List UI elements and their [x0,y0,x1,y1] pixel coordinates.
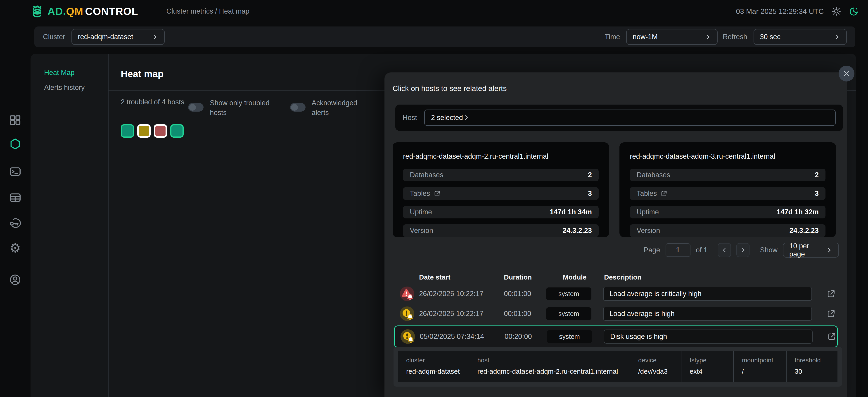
col-date-start: Date start [419,274,504,281]
host-card-row: Uptime 147d 1h 32m [630,206,826,219]
refresh-select[interactable]: 30 sec [753,29,847,45]
user-profile-icon[interactable] [9,273,22,286]
chevron-right-icon [740,247,746,253]
show-label: Show [760,246,778,254]
nav-item-heat-map[interactable]: Heat Map [44,68,74,77]
host-card-row: Databases 2 [630,169,826,181]
host-label: Host [403,114,417,122]
alert-row[interactable]: 26/02/2025 10:22:17 00:01:00 system Load… [394,284,838,304]
toggle-knob [291,104,298,111]
tables-external-link-icon[interactable] [434,190,440,197]
breadcrumb: Cluster metrics / Heat map [166,7,249,16]
refresh-select-value: 30 sec [760,33,834,41]
host-cards: red-adqmc-dataset-adqm-2.ru-central1.int… [393,142,836,237]
page-title: Heat map [121,68,163,80]
detail-column-host: host red-adqmc-dataset-adqm-2.ru-central… [469,351,630,382]
selected-alert-row[interactable]: 05/02/2025 07:34:14 00:20:00 system Disk… [394,325,838,348]
close-drawer-button[interactable] [839,66,855,82]
host-card-row: Tables 3 [630,187,826,200]
alert-duration: 00:01:00 [504,310,546,318]
warning-alert-icon [401,329,415,344]
chevron-left-icon [721,247,727,253]
tables-external-link-icon[interactable] [661,190,668,197]
close-icon [843,70,850,77]
detail-column-threshold: threshold 30 [786,351,837,382]
nav-item-alerts-history[interactable]: Alerts history [44,84,85,92]
alert-date: 26/02/2025 10:22:17 [419,290,504,298]
time-select-value: now-1M [632,33,705,41]
time-select[interactable]: now-1M [626,29,718,45]
time-label: Time [605,33,620,41]
host-square-critical-selected[interactable] [154,124,167,138]
alert-duration: 00:20:00 [504,333,547,341]
host-card-row: Version 24.3.2.23 [630,224,826,237]
card-row-label: Databases [637,171,670,179]
show-troubled-toggle[interactable] [188,103,204,112]
host-square-warning-selected[interactable] [137,124,151,138]
card-row-value: 2 [588,171,592,179]
prev-page-button[interactable] [718,243,731,257]
pagination: Page of 1 Show 10 per page [644,243,839,258]
troubled-hosts-summary: 2 troubled of 4 hosts [121,97,195,107]
cluster-hexagon-icon[interactable] [9,137,22,150]
alert-duration: 00:01:00 [504,290,546,298]
card-row-label: Version [637,227,660,235]
alert-row[interactable]: 26/02/2025 10:22:17 00:01:00 system Load… [394,304,838,324]
filter-bar: Cluster red-adqm-dataset Time now-1M Ref… [34,27,855,47]
host-multiselect-value: 2 selected [431,114,463,122]
host-filter-row: Host 2 selected [395,105,843,131]
alert-row[interactable]: 05/02/2025 07:34:14 00:20:00 system Disk… [395,327,836,346]
card-row-label: Databases [410,171,443,179]
detail-value: red-adqmc-dataset-adqm-2.ru-central1.int… [477,368,630,375]
per-page-select[interactable]: 10 per page [783,243,839,258]
rail-divider [9,264,22,264]
alert-detail-block: cluster red-adqm-dataset host red-adqmc-… [394,347,842,387]
logo-icon [29,3,45,19]
col-module: Module [546,274,603,281]
access-key-icon[interactable] [9,217,22,230]
card-row-value: 2 [815,171,819,179]
host-card-title: red-adqmc-dataset-adqm-2.ru-central1.int… [403,152,599,161]
alert-external-link-icon[interactable] [827,309,836,318]
card-row-value: 24.3.2.23 [563,227,592,235]
light-theme-icon[interactable] [831,6,841,16]
detail-value: ext4 [689,368,733,375]
alert-description: Load average is high [603,307,812,321]
detail-value: red-adqm-dataset [406,368,469,375]
top-header: AD.QMCONTROL Cluster metrics / Heat map … [0,0,868,23]
chevron-right-icon [152,33,158,40]
host-square-ok[interactable] [121,124,134,138]
detail-label: mountpoint [742,357,786,364]
next-page-button[interactable] [736,243,749,257]
alerts-table-header: Date start Duration Module Description [394,271,838,284]
alert-external-link-icon[interactable] [827,332,836,341]
host-square-ok[interactable] [170,124,184,138]
card-row-label: Uptime [637,208,659,216]
detail-value: / [742,368,786,375]
dashboard-icon[interactable] [9,114,22,127]
alert-module-badge: system [546,307,591,320]
app-logo[interactable]: AD.QMCONTROL [29,3,138,19]
page-label: Page [644,246,660,254]
acknowledged-alerts-toggle[interactable] [290,103,306,112]
col-description: Description [603,274,822,281]
detail-column-cluster: cluster red-adqm-dataset [398,351,469,382]
refresh-label: Refresh [722,33,747,41]
section-nav: Heat Map Alerts history [31,54,108,397]
cluster-select[interactable]: red-adqm-dataset [71,29,165,45]
host-card-row: Uptime 147d 1h 34m [403,206,599,219]
page-number-input[interactable] [665,243,690,257]
alert-module-badge: system [547,330,592,343]
terminal-icon[interactable] [9,165,22,178]
detail-column-device: device /dev/vda3 [630,351,681,382]
settings-gear-icon[interactable]: ⚙ [9,242,22,255]
host-multiselect[interactable]: 2 selected [424,110,836,126]
alert-external-link-icon[interactable] [827,289,836,298]
tables-icon[interactable] [9,191,22,204]
dark-theme-icon[interactable] [849,6,859,16]
alerts-table: Date start Duration Module Description 2… [394,271,838,348]
per-page-value: 10 per page [789,242,826,258]
detail-column-fstype: fstype ext4 [681,351,734,382]
card-row-value: 24.3.2.23 [789,227,819,235]
detail-label: cluster [406,357,469,364]
